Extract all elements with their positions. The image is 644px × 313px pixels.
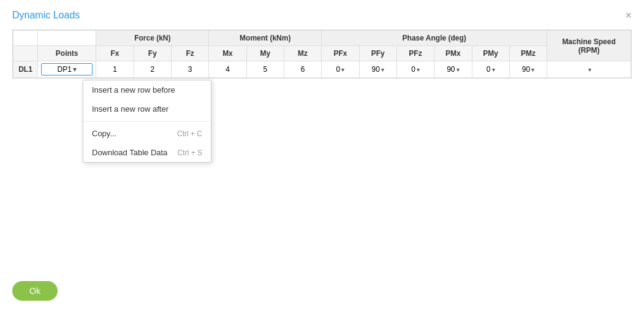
pmz-value: 90 (522, 65, 530, 74)
col-header-pfx: PFx (322, 46, 359, 61)
col-header-fx: Fx (96, 46, 134, 61)
context-menu: Insert a new row before Insert a new row… (83, 80, 211, 163)
force-group-header: Force (kN) (96, 31, 209, 46)
ok-button[interactable]: Ok (12, 281, 58, 301)
pmx-value: 90 (447, 65, 455, 74)
table-row: DL1 DP1 ▾ 1 2 3 4 5 6 0 (13, 61, 631, 78)
machine-speed-arrow[interactable]: ▾ (588, 66, 591, 73)
moment-group-header: Moment (kNm) (209, 31, 322, 46)
fz-cell[interactable]: 3 (172, 61, 209, 78)
machine-speed-group-header: Machine Speed(RPM) (547, 31, 631, 61)
pfy-cell[interactable]: 90 ▾ (359, 61, 396, 78)
pmx-arrow[interactable]: ▾ (456, 66, 460, 73)
close-button[interactable]: × (625, 10, 632, 21)
pfx-arrow[interactable]: ▾ (341, 66, 344, 73)
fx-cell[interactable]: 1 (96, 61, 134, 78)
pfz-cell[interactable]: 0 ▾ (396, 61, 434, 78)
pmy-cell[interactable]: 0 ▾ (472, 61, 509, 78)
points-cell-dl1[interactable]: DP1 ▾ (38, 61, 96, 78)
dialog-title: Dynamic Loads (12, 10, 80, 21)
pfy-arrow[interactable]: ▾ (381, 66, 384, 73)
col-header-my: My (246, 46, 284, 61)
col-header-fz: Fz (172, 46, 209, 61)
points-value: DP1 (58, 65, 72, 74)
dynamic-loads-dialog: Dynamic Loads × Force (kN) Moment (kNm) … (0, 0, 644, 313)
group-header-row: Force (kN) Moment (kNm) Phase Angle (deg… (13, 31, 631, 46)
col-header-empty (13, 46, 38, 61)
download-label: Download Table Data (92, 148, 167, 157)
column-header-row: Points Fx Fy Fz Mx My Mz PFx PFy PFz PMx… (13, 46, 631, 61)
pfz-value: 0 (411, 65, 415, 74)
insert-after-label: Insert a new row after (92, 104, 169, 114)
pmz-arrow[interactable]: ▾ (531, 66, 534, 73)
context-menu-item-copy[interactable]: Copy... Ctrl + C (83, 124, 211, 143)
col-header-pmy: PMy (472, 46, 509, 61)
col-header-points: Points (38, 46, 96, 61)
empty-group-header (13, 31, 38, 46)
dynamic-loads-table: Force (kN) Moment (kNm) Phase Angle (deg… (13, 30, 631, 78)
fy-cell[interactable]: 2 (134, 61, 171, 78)
machine-speed-cell[interactable]: ▾ (547, 61, 631, 78)
points-group-header (38, 31, 96, 46)
insert-before-label: Insert a new row before (92, 85, 175, 95)
table-container: Force (kN) Moment (kNm) Phase Angle (deg… (12, 29, 632, 79)
download-shortcut: Ctrl + S (178, 149, 202, 157)
context-menu-item-insert-after[interactable]: Insert a new row after (83, 99, 211, 118)
pfz-arrow[interactable]: ▾ (417, 66, 420, 73)
dialog-header: Dynamic Loads × (12, 10, 632, 21)
copy-shortcut: Ctrl + C (177, 129, 202, 138)
col-header-pfy: PFy (359, 46, 396, 61)
phase-angle-group-header: Phase Angle (deg) (322, 31, 547, 46)
pmx-cell[interactable]: 90 ▾ (434, 61, 472, 78)
copy-label: Copy... (92, 129, 116, 138)
col-header-mz: Mz (284, 46, 321, 61)
mx-cell[interactable]: 4 (209, 61, 246, 78)
context-menu-item-insert-before[interactable]: Insert a new row before (83, 80, 211, 99)
context-menu-item-download[interactable]: Download Table Data Ctrl + S (83, 143, 211, 162)
points-dropdown-arrow[interactable]: ▾ (73, 65, 77, 74)
pfy-value: 90 (372, 65, 380, 74)
my-cell[interactable]: 5 (246, 61, 284, 78)
col-header-pmx: PMx (434, 46, 472, 61)
col-header-fy: Fy (134, 46, 171, 61)
pmy-value: 0 (487, 65, 491, 74)
col-header-pfz: PFz (396, 46, 434, 61)
row-label-dl1: DL1 (13, 61, 38, 78)
col-header-mx: Mx (209, 46, 246, 61)
context-menu-divider (83, 121, 211, 122)
pfx-value: 0 (336, 65, 341, 74)
pmz-cell[interactable]: 90 ▾ (509, 61, 547, 78)
mz-cell[interactable]: 6 (284, 61, 321, 78)
col-header-pmz: PMz (509, 46, 547, 61)
pmy-arrow[interactable]: ▾ (492, 66, 495, 73)
pfx-cell[interactable]: 0 ▾ (322, 61, 359, 78)
